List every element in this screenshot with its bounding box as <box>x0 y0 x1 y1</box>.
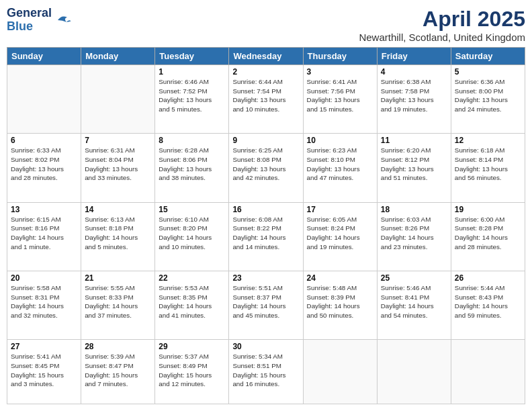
logo-bird-icon <box>53 11 72 30</box>
title-area: April 2025 Newarthill, Scotland, United … <box>359 7 525 43</box>
day-info: Sunrise: 5:51 AM Sunset: 8:37 PM Dayligh… <box>232 283 299 320</box>
day-info: Sunrise: 6:15 AM Sunset: 8:16 PM Dayligh… <box>11 215 77 252</box>
day-cell: 1Sunrise: 6:46 AM Sunset: 7:52 PM Daylig… <box>155 65 229 134</box>
day-cell <box>7 65 81 134</box>
day-cell: 13Sunrise: 6:15 AM Sunset: 8:16 PM Dayli… <box>7 202 81 271</box>
day-info: Sunrise: 6:08 AM Sunset: 8:22 PM Dayligh… <box>232 215 299 252</box>
day-cell: 9Sunrise: 6:25 AM Sunset: 8:08 PM Daylig… <box>229 134 303 202</box>
day-number: 28 <box>85 342 151 351</box>
day-number: 9 <box>232 136 299 145</box>
week-row-1: 1Sunrise: 6:46 AM Sunset: 7:52 PM Daylig… <box>7 65 525 134</box>
day-number: 2 <box>232 67 299 77</box>
calendar-subtitle: Newarthill, Scotland, United Kingdom <box>359 32 525 43</box>
day-number: 11 <box>381 136 447 145</box>
day-info: Sunrise: 5:58 AM Sunset: 8:31 PM Dayligh… <box>11 283 77 320</box>
logo: General Blue <box>7 7 72 34</box>
day-number: 13 <box>11 205 77 214</box>
day-info: Sunrise: 6:44 AM Sunset: 7:54 PM Dayligh… <box>232 77 299 114</box>
day-info: Sunrise: 6:46 AM Sunset: 7:52 PM Dayligh… <box>159 77 225 114</box>
day-cell: 22Sunrise: 5:53 AM Sunset: 8:35 PM Dayli… <box>155 271 229 339</box>
logo-line2: Blue <box>7 20 52 34</box>
day-info: Sunrise: 6:28 AM Sunset: 8:06 PM Dayligh… <box>159 146 225 183</box>
day-cell: 26Sunrise: 5:44 AM Sunset: 8:43 PM Dayli… <box>451 271 525 339</box>
day-cell: 29Sunrise: 5:37 AM Sunset: 8:49 PM Dayli… <box>155 340 229 404</box>
day-cell: 27Sunrise: 5:41 AM Sunset: 8:45 PM Dayli… <box>7 340 81 404</box>
week-row-2: 6Sunrise: 6:33 AM Sunset: 8:02 PM Daylig… <box>7 134 525 202</box>
day-info: Sunrise: 6:33 AM Sunset: 8:02 PM Dayligh… <box>11 146 77 183</box>
day-cell: 21Sunrise: 5:55 AM Sunset: 8:33 PM Dayli… <box>81 271 155 339</box>
day-cell <box>377 340 451 404</box>
day-info: Sunrise: 6:31 AM Sunset: 8:04 PM Dayligh… <box>85 146 151 183</box>
day-info: Sunrise: 6:23 AM Sunset: 8:10 PM Dayligh… <box>307 146 373 183</box>
day-info: Sunrise: 6:05 AM Sunset: 8:24 PM Dayligh… <box>307 215 373 252</box>
calendar-title: April 2025 <box>359 7 525 32</box>
day-number: 17 <box>307 205 373 214</box>
col-friday: Friday <box>377 48 451 65</box>
day-number: 8 <box>159 136 225 145</box>
col-wednesday: Wednesday <box>229 48 303 65</box>
day-cell: 24Sunrise: 5:48 AM Sunset: 8:39 PM Dayli… <box>303 271 377 339</box>
day-cell: 25Sunrise: 5:46 AM Sunset: 8:41 PM Dayli… <box>377 271 451 339</box>
logo-line1: General <box>7 7 52 20</box>
day-info: Sunrise: 6:03 AM Sunset: 8:26 PM Dayligh… <box>381 215 447 252</box>
day-number: 10 <box>307 136 373 145</box>
day-cell: 17Sunrise: 6:05 AM Sunset: 8:24 PM Dayli… <box>303 202 377 271</box>
day-info: Sunrise: 6:41 AM Sunset: 7:56 PM Dayligh… <box>307 77 373 114</box>
week-row-5: 27Sunrise: 5:41 AM Sunset: 8:45 PM Dayli… <box>7 340 525 404</box>
day-number: 14 <box>85 205 151 214</box>
day-info: Sunrise: 6:10 AM Sunset: 8:20 PM Dayligh… <box>159 215 225 252</box>
day-info: Sunrise: 5:53 AM Sunset: 8:35 PM Dayligh… <box>159 283 225 320</box>
day-info: Sunrise: 6:18 AM Sunset: 8:14 PM Dayligh… <box>455 146 521 183</box>
day-cell: 19Sunrise: 6:00 AM Sunset: 8:28 PM Dayli… <box>451 202 525 271</box>
day-cell: 8Sunrise: 6:28 AM Sunset: 8:06 PM Daylig… <box>155 134 229 202</box>
day-cell: 2Sunrise: 6:44 AM Sunset: 7:54 PM Daylig… <box>229 65 303 134</box>
day-number: 6 <box>11 136 77 145</box>
day-number: 18 <box>381 205 447 214</box>
day-cell: 3Sunrise: 6:41 AM Sunset: 7:56 PM Daylig… <box>303 65 377 134</box>
week-row-3: 13Sunrise: 6:15 AM Sunset: 8:16 PM Dayli… <box>7 202 525 271</box>
day-cell: 30Sunrise: 5:34 AM Sunset: 8:51 PM Dayli… <box>229 340 303 404</box>
day-number: 30 <box>232 342 299 351</box>
calendar-table: Sunday Monday Tuesday Wednesday Thursday… <box>7 47 525 404</box>
day-number: 23 <box>232 273 299 283</box>
day-info: Sunrise: 5:41 AM Sunset: 8:45 PM Dayligh… <box>11 352 77 389</box>
day-cell: 20Sunrise: 5:58 AM Sunset: 8:31 PM Dayli… <box>7 271 81 339</box>
week-row-4: 20Sunrise: 5:58 AM Sunset: 8:31 PM Dayli… <box>7 271 525 339</box>
day-cell: 10Sunrise: 6:23 AM Sunset: 8:10 PM Dayli… <box>303 134 377 202</box>
day-number: 24 <box>307 273 373 283</box>
day-cell: 5Sunrise: 6:36 AM Sunset: 8:00 PM Daylig… <box>451 65 525 134</box>
col-sunday: Sunday <box>7 48 81 65</box>
day-number: 16 <box>232 205 299 214</box>
day-number: 7 <box>85 136 151 145</box>
day-info: Sunrise: 5:46 AM Sunset: 8:41 PM Dayligh… <box>381 283 447 320</box>
day-cell <box>303 340 377 404</box>
day-info: Sunrise: 6:38 AM Sunset: 7:58 PM Dayligh… <box>381 77 447 114</box>
col-monday: Monday <box>81 48 155 65</box>
day-number: 1 <box>159 67 225 77</box>
day-info: Sunrise: 5:48 AM Sunset: 8:39 PM Dayligh… <box>307 283 373 320</box>
header: General Blue April 2025 Newarthill, Scot… <box>7 7 525 43</box>
col-tuesday: Tuesday <box>155 48 229 65</box>
day-cell: 12Sunrise: 6:18 AM Sunset: 8:14 PM Dayli… <box>451 134 525 202</box>
col-thursday: Thursday <box>303 48 377 65</box>
day-number: 27 <box>11 342 77 351</box>
day-info: Sunrise: 5:55 AM Sunset: 8:33 PM Dayligh… <box>85 283 151 320</box>
day-info: Sunrise: 5:44 AM Sunset: 8:43 PM Dayligh… <box>455 283 521 320</box>
day-info: Sunrise: 6:20 AM Sunset: 8:12 PM Dayligh… <box>381 146 447 183</box>
day-number: 26 <box>455 273 521 283</box>
logo-text: General Blue <box>7 7 52 34</box>
day-cell: 23Sunrise: 5:51 AM Sunset: 8:37 PM Dayli… <box>229 271 303 339</box>
day-cell: 15Sunrise: 6:10 AM Sunset: 8:20 PM Dayli… <box>155 202 229 271</box>
page: General Blue April 2025 Newarthill, Scot… <box>0 0 532 411</box>
day-info: Sunrise: 6:00 AM Sunset: 8:28 PM Dayligh… <box>455 215 521 252</box>
day-number: 15 <box>159 205 225 214</box>
day-number: 22 <box>159 273 225 283</box>
day-number: 29 <box>159 342 225 351</box>
day-number: 25 <box>381 273 447 283</box>
day-number: 21 <box>85 273 151 283</box>
day-info: Sunrise: 5:37 AM Sunset: 8:49 PM Dayligh… <box>159 352 225 389</box>
calendar-header-row: Sunday Monday Tuesday Wednesday Thursday… <box>7 48 525 65</box>
day-info: Sunrise: 6:25 AM Sunset: 8:08 PM Dayligh… <box>232 146 299 183</box>
day-number: 12 <box>455 136 521 145</box>
day-number: 19 <box>455 205 521 214</box>
